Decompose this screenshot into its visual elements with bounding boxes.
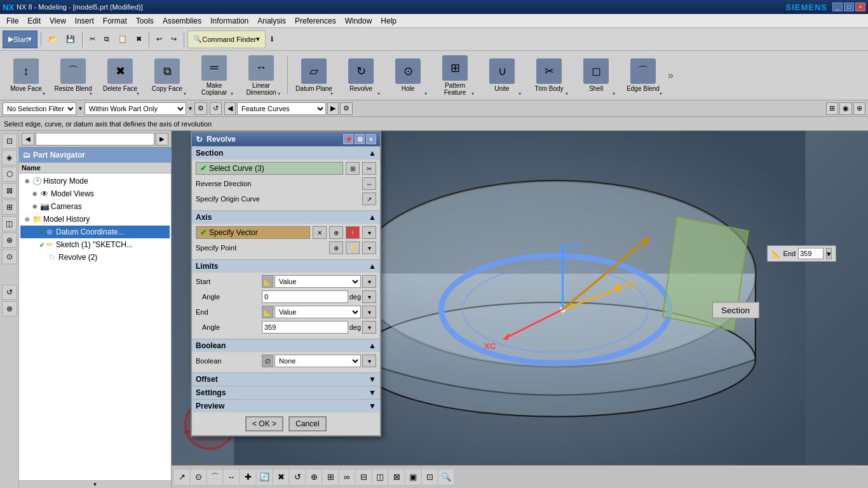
prev-curve-button[interactable]: ◀ [224, 102, 236, 115]
menu-help[interactable]: Help [377, 15, 400, 27]
menu-information[interactable]: Information [207, 15, 252, 27]
view-options3[interactable]: ⊕ [853, 102, 865, 115]
boolean-header[interactable]: Boolean ▲ [192, 339, 380, 352]
bt-icon14[interactable]: ⊠ [389, 470, 404, 485]
move-face-arrow[interactable]: ▾ [43, 91, 45, 97]
point-btn3[interactable]: ▾ [362, 241, 376, 254]
select-curve-btn2[interactable]: ✂ [362, 162, 376, 175]
dialog-settings-button[interactable]: ⚙ [355, 134, 365, 144]
specify-origin-btn[interactable]: ↗ [362, 193, 376, 205]
viewport[interactable]: ↻ Revolve 📌 ⚙ × Section ▲ ✔ Select Curve… [172, 131, 868, 488]
linear-dimension-arrow[interactable]: ▾ [278, 91, 280, 97]
bt-icon13[interactable]: ◫ [372, 470, 388, 485]
start-dropdown-btn[interactable]: ▾ [362, 275, 376, 288]
pattern-feature-arrow[interactable]: ▾ [471, 91, 474, 97]
start-angle-input[interactable] [262, 290, 348, 303]
menu-assemblies[interactable]: Assemblies [159, 15, 205, 27]
menu-edit[interactable]: Edit [24, 15, 44, 27]
close-button[interactable]: × [855, 3, 865, 11]
tool-unite[interactable]: ∪ Unite ▾ [480, 53, 524, 98]
select-curve-btn1[interactable]: ⊞ [346, 162, 360, 175]
side-icon-1[interactable]: ⊡ [2, 133, 17, 149]
bt-icon9[interactable]: ⊕ [306, 470, 322, 485]
filter-dropdown-arrow[interactable]: ▾ [79, 105, 82, 112]
settings-header[interactable]: Settings ▼ [192, 386, 380, 399]
panel-back[interactable]: ◀ [22, 133, 34, 146]
tree-item-model-views[interactable]: ⊕ 👁 Model Views [20, 187, 170, 200]
boolean-select[interactable]: None [275, 355, 361, 367]
cut-button[interactable]: ✂ [86, 30, 99, 48]
bt-icon12[interactable]: ⊟ [356, 470, 371, 485]
tool-edge-blend[interactable]: ⌒ Edge Blend ▾ [621, 53, 665, 98]
start-button[interactable]: ▶ Start ▾ [3, 30, 37, 48]
selection-filter-select[interactable]: No Selection Filter [3, 102, 76, 115]
minimize-button[interactable]: _ [832, 3, 843, 11]
filter-reset-button[interactable]: ↺ [210, 102, 222, 115]
end-angle-spinner[interactable]: ▾ [362, 321, 376, 334]
menu-view[interactable]: View [46, 15, 70, 27]
menu-preferences[interactable]: Preferences [291, 15, 340, 27]
paste-button[interactable]: 📋 [114, 30, 131, 48]
tool-copy-face[interactable]: ⧉ Copy Face ▾ [145, 53, 189, 98]
workpart-select[interactable]: Within Work Part Only [85, 102, 186, 115]
copy-button[interactable]: ⧉ [100, 30, 113, 48]
copy-face-arrow[interactable]: ▾ [184, 91, 186, 97]
datum-plane-arrow[interactable]: ▾ [330, 91, 333, 97]
bt-icon4[interactable]: ↔ [224, 470, 239, 485]
tool-datum-plane[interactable]: ▱ Datum Plane ▾ [292, 53, 336, 98]
info-button[interactable]: ℹ [267, 30, 277, 48]
undo-button[interactable]: ↩ [153, 30, 166, 48]
curve-options-button[interactable]: ⚙ [340, 102, 353, 115]
tool-make-coplanar[interactable]: ═ Make Coplanar ▾ [192, 53, 236, 98]
limits-header[interactable]: Limits ▲ [192, 259, 380, 273]
axis-header[interactable]: Axis ▲ [192, 210, 380, 224]
resize-blend-arrow[interactable]: ▾ [90, 91, 92, 97]
side-icon-6[interactable]: ◫ [2, 216, 17, 231]
open-button[interactable]: 📂 [44, 30, 61, 48]
tree-expand-model-history[interactable]: ⊖ [23, 215, 32, 224]
side-icon-9[interactable]: ↺ [2, 285, 17, 300]
tree-item-revolve2[interactable]: ↻ Revolve (2) [20, 251, 170, 264]
reverse-direction-btn[interactable]: ↔ [362, 177, 376, 190]
maximize-button[interactable]: □ [844, 3, 854, 11]
tree-item-model-history[interactable]: ⊖ 📁 Model History [20, 213, 170, 226]
bt-icon6[interactable]: 🔄 [257, 470, 272, 485]
view-options2[interactable]: ◉ [839, 102, 852, 115]
side-icon-4[interactable]: ⊠ [2, 183, 17, 198]
end-spinner-btn[interactable]: ▾ [826, 248, 832, 259]
end-angle-input[interactable] [262, 321, 348, 334]
vector-btn4[interactable]: ▾ [362, 226, 376, 239]
tool-trim-body[interactable]: ✂ Trim Body ▾ [527, 53, 571, 98]
edge-blend-arrow[interactable]: ▾ [660, 91, 662, 97]
tree-expand-model-views[interactable]: ⊕ [31, 189, 39, 198]
menu-format[interactable]: Format [99, 15, 131, 27]
redo-button[interactable]: ↪ [167, 30, 180, 48]
boolean-dropdown-btn[interactable]: ▾ [362, 355, 376, 367]
bt-icon15[interactable]: ▣ [405, 470, 421, 485]
delete-button[interactable]: ✖ [132, 30, 146, 48]
section-header[interactable]: Section ▲ [192, 146, 380, 159]
side-icon-2[interactable]: ◈ [2, 150, 17, 165]
side-icon-8[interactable]: ⊙ [2, 249, 17, 264]
bt-icon10[interactable]: ⊞ [323, 470, 338, 485]
tree-item-sketch1[interactable]: ✔ ✏ Sketch (1) "SKETCH... [20, 238, 170, 251]
bt-icon16[interactable]: ⊡ [422, 470, 437, 485]
vector-btn3[interactable]: ↑ [346, 226, 360, 239]
tree-expand-cameras[interactable]: ⊕ [31, 202, 39, 211]
view-options1[interactable]: ⊞ [826, 102, 838, 115]
vector-btn2[interactable]: ⊕ [329, 226, 343, 239]
ok-button[interactable]: < OK > [245, 416, 283, 431]
bt-icon11[interactable]: ∞ [339, 470, 355, 485]
menu-file[interactable]: File [3, 15, 22, 27]
tree-expand-history-mode[interactable]: ⊕ [23, 177, 32, 186]
hole-arrow[interactable]: ▾ [424, 91, 427, 97]
tool-hole[interactable]: ⊙ Hole ▾ [386, 53, 430, 98]
side-icon-3[interactable]: ⬡ [2, 166, 17, 182]
revolve-arrow[interactable]: ▾ [377, 91, 380, 97]
tool-shell[interactable]: ◻ Shell ▾ [574, 53, 618, 98]
start-angle-spinner[interactable]: ▾ [362, 290, 376, 303]
vector-btn1[interactable]: ✕ [313, 226, 327, 239]
tool-linear-dimension[interactable]: ↔ Linear Dimension ▾ [239, 53, 283, 98]
feature-curves-select[interactable]: Feature Curves [237, 102, 326, 115]
tool-resize-blend[interactable]: ⌒ Resize Blend ▾ [51, 53, 95, 98]
